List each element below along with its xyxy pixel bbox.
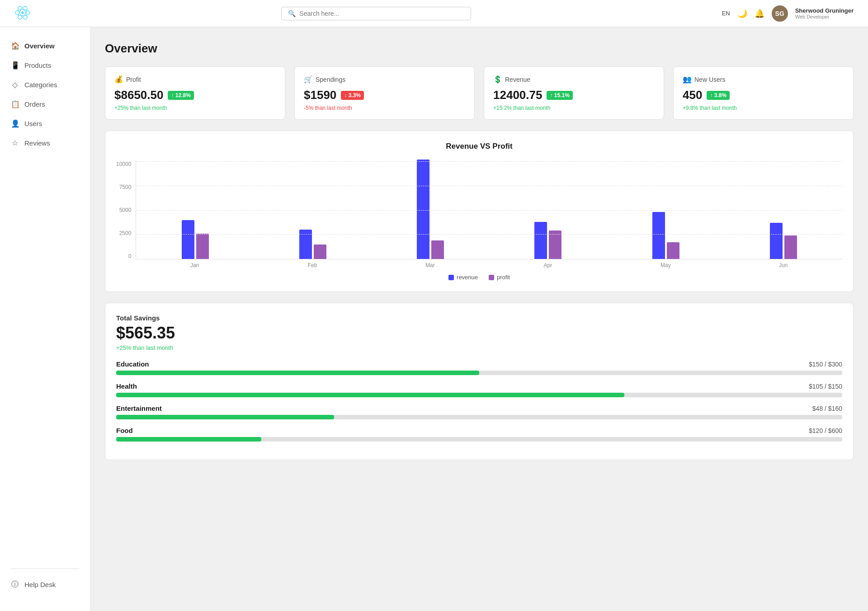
sidebar-item-reviews[interactable]: ☆ Reviews: [0, 133, 90, 153]
chart-grid-line: [136, 161, 842, 162]
stat-subtext: +25% than last month: [114, 105, 276, 111]
chart-wrap: 100007500500025000 JanFebMarAprMayJun: [116, 160, 842, 268]
savings-cat-row: Entertainment $48 / $160: [116, 404, 842, 412]
svg-point-0: [21, 11, 24, 14]
page-title: Overview: [105, 42, 854, 56]
savings-cat-row: Health $105 / $150: [116, 382, 842, 390]
savings-category-food: Food $120 / $600: [116, 427, 842, 442]
chart-x-label: Feb: [254, 262, 371, 268]
sidebar-item-products[interactable]: 📱 Products: [0, 56, 90, 75]
products-icon: 📱: [11, 61, 19, 70]
savings-cat-value: $150 / $300: [809, 361, 842, 368]
stat-card-revenue: 💲 Revenue 12400.75 ↑ 15.1% +15.2% than l…: [484, 66, 664, 120]
stat-label: Revenue: [505, 76, 530, 83]
chart-x-label: Jan: [136, 262, 253, 268]
progress-bar-bg: [116, 437, 842, 442]
stat-subtext: -5% than last month: [304, 105, 465, 111]
notifications-icon[interactable]: 🔔: [755, 9, 764, 19]
savings-section: Total Savings $565.35 +25% than last mon…: [105, 303, 854, 460]
savings-category-education: Education $150 / $300: [116, 360, 842, 375]
header-right: EN 🌙 🔔 SG Sherwood Gruninger Web Develop…: [722, 5, 854, 22]
chart-y-axis: 100007500500025000: [116, 160, 136, 259]
sidebar-item-orders[interactable]: 📋 Orders: [0, 94, 90, 114]
search-input[interactable]: [299, 10, 464, 17]
savings-cat-value: $48 / $160: [812, 405, 842, 412]
sidebar-item-label: Orders: [24, 100, 45, 108]
user-info: Sherwood Gruninger Web Developer: [795, 7, 854, 19]
stat-value: 12400.75: [493, 88, 542, 102]
legend-label: revenue: [457, 274, 478, 281]
search-box: 🔍: [281, 7, 471, 20]
sidebar-item-label: Overview: [24, 42, 55, 50]
sidebar-item-label: Reviews: [24, 139, 50, 147]
savings-cat-value: $120 / $600: [809, 427, 842, 434]
savings-category-health: Health $105 / $150: [116, 382, 842, 397]
dark-mode-icon[interactable]: 🌙: [737, 9, 747, 19]
chart-grid-line: [136, 210, 842, 211]
stat-card-header: 💲 Revenue: [493, 75, 655, 84]
savings-cat-name: Health: [116, 382, 137, 390]
legend-color: [489, 275, 494, 280]
reviews-icon: ☆: [11, 139, 19, 147]
stat-badge: ↓ 3.3%: [341, 91, 364, 100]
stat-subtext: +9.8% than last month: [683, 105, 844, 111]
chart-x-label: Mar: [371, 262, 489, 268]
user-role: Web Developer: [795, 14, 854, 19]
progress-bar-bg: [116, 393, 842, 397]
savings-subtext: +25% than last month: [116, 344, 842, 351]
chart-section: Revenue VS Profit 100007500500025000 Jan…: [105, 131, 854, 292]
stat-card-new users: 👥 New Users 450 ↑ 3.8% +9.8% than last m…: [673, 66, 854, 120]
sidebar-item-label: Categories: [24, 81, 57, 89]
chart-y-label: 10000: [116, 161, 131, 167]
chart-title: Revenue VS Profit: [116, 142, 842, 151]
stat-badge: ↑ 12.8%: [168, 91, 193, 100]
sidebar-item-label: Users: [24, 120, 42, 127]
progress-bar-bg: [116, 415, 842, 419]
stat-card-header: 🛒 Spendings: [304, 75, 465, 84]
stat-icon: 💲: [493, 75, 502, 84]
users-icon: 👤: [11, 119, 19, 128]
savings-category-entertainment: Entertainment $48 / $160: [116, 404, 842, 419]
stat-value-row: 12400.75 ↑ 15.1%: [493, 88, 655, 102]
savings-label: Total Savings: [116, 314, 842, 322]
savings-cat-name: Entertainment: [116, 404, 162, 412]
stat-value: $1590: [304, 88, 336, 102]
language-selector[interactable]: EN: [722, 10, 730, 17]
orders-icon: 📋: [11, 100, 19, 108]
logo: [14, 5, 31, 23]
sidebar: 🏠 Overview 📱 Products ◇ Categories 📋 Ord…: [0, 27, 90, 611]
progress-bar-fill: [116, 371, 479, 375]
header: 🔍 EN 🌙 🔔 SG Sherwood Gruninger Web Devel…: [0, 0, 868, 27]
savings-categories: Education $150 / $300 Health $105 / $150…: [116, 360, 842, 442]
layout: 🏠 Overview 📱 Products ◇ Categories 📋 Ord…: [0, 27, 868, 611]
legend-color: [448, 275, 454, 280]
stat-icon: 👥: [683, 75, 692, 84]
progress-bar-fill: [116, 393, 624, 397]
stat-value-row: $8650.50 ↑ 12.8%: [114, 88, 276, 102]
sidebar-item-overview[interactable]: 🏠 Overview: [0, 36, 90, 56]
savings-cat-row: Food $120 / $600: [116, 427, 842, 434]
username: Sherwood Gruninger: [795, 7, 854, 14]
chart-area: JanFebMarAprMayJun: [136, 160, 842, 268]
chart-y-label: 5000: [119, 207, 132, 213]
sidebar-item-label: Help Desk: [24, 581, 56, 588]
chart-y-label: 2500: [119, 230, 132, 236]
stat-value: $8650.50: [114, 88, 163, 102]
helpdesk-icon: ⓘ: [11, 580, 19, 589]
stat-value: 450: [683, 88, 702, 102]
sidebar-nav: 🏠 Overview 📱 Products ◇ Categories 📋 Ord…: [0, 36, 90, 563]
stat-badge: ↑ 3.8%: [707, 91, 730, 100]
chart-labels: JanFebMarAprMayJun: [136, 262, 842, 268]
home-icon: 🏠: [11, 42, 19, 50]
chart-legend: revenue profit: [116, 274, 842, 281]
stat-badge: ↑ 15.1%: [547, 91, 572, 100]
sidebar-bottom: ⓘ Help Desk: [0, 563, 90, 602]
legend-label: profit: [497, 274, 510, 281]
sidebar-item-helpdesk[interactable]: ⓘ Help Desk: [0, 574, 90, 595]
chart-grid-line: [136, 234, 842, 235]
savings-cat-name: Food: [116, 427, 133, 434]
savings-cat-name: Education: [116, 360, 149, 368]
sidebar-item-categories[interactable]: ◇ Categories: [0, 75, 90, 94]
chart-grid: [136, 160, 842, 259]
sidebar-item-users[interactable]: 👤 Users: [0, 114, 90, 133]
